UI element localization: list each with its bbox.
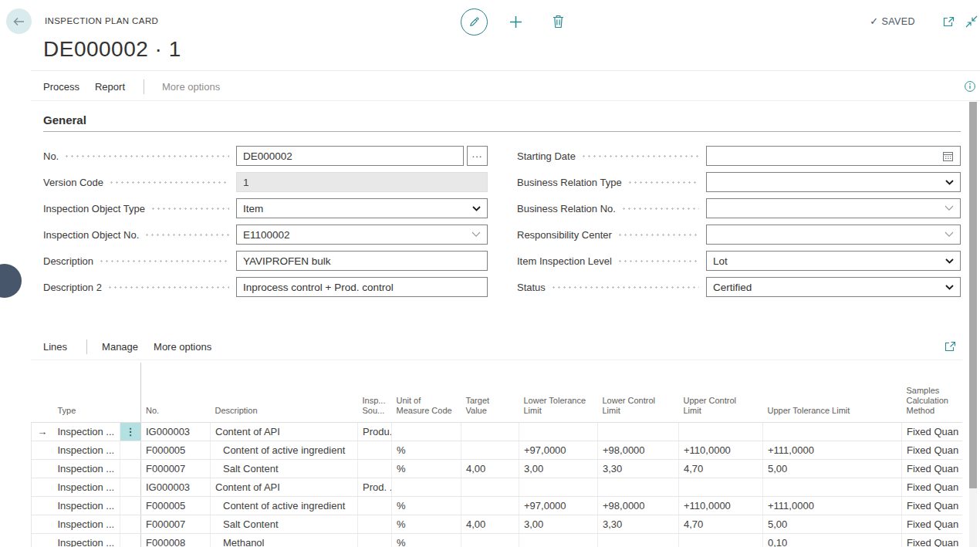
cell-ucl[interactable]: +110,0000 <box>679 496 763 515</box>
menu-item-process[interactable]: Process <box>43 81 79 93</box>
cell-lcl[interactable]: +98,0000 <box>598 496 679 515</box>
cell-src[interactable] <box>358 496 392 515</box>
column-header-utl[interactable]: Upper Tolerance Limit <box>763 363 902 422</box>
cell-uom[interactable] <box>392 422 461 441</box>
cell-desc[interactable]: Salt Content <box>211 459 358 478</box>
column-header-ucl[interactable]: Upper Control Limit <box>679 363 763 422</box>
cell-opts[interactable] <box>120 533 141 547</box>
calendar-icon[interactable] <box>942 150 954 162</box>
cell-type[interactable]: Inspection ... <box>53 533 120 547</box>
cell-uom[interactable] <box>392 478 461 496</box>
cell-no[interactable]: IG000003 <box>141 422 211 441</box>
cell-desc[interactable]: Content of active ingredient <box>211 441 358 459</box>
cell-samples[interactable]: Fixed Quan <box>902 515 963 533</box>
cell-type[interactable]: Inspection ... <box>53 515 120 533</box>
column-header-samples[interactable]: Samples Calculation Method <box>902 363 963 422</box>
cell-type[interactable]: Inspection ... <box>53 422 120 441</box>
lines-menu-manage[interactable]: Manage <box>102 341 138 353</box>
cell-opts[interactable] <box>120 441 141 459</box>
cell-type[interactable]: Inspection ... <box>53 459 120 478</box>
resize-button[interactable] <box>965 15 978 28</box>
description-input[interactable] <box>236 251 488 271</box>
info-button[interactable] <box>964 80 976 93</box>
cell-target[interactable] <box>461 441 519 459</box>
cell-ucl[interactable]: 4,70 <box>679 515 763 533</box>
cell-ucl[interactable] <box>679 422 763 441</box>
cell-type[interactable]: Inspection ... <box>53 478 120 496</box>
cell-no[interactable]: F000007 <box>141 515 211 533</box>
cell-utl[interactable]: 5,00 <box>763 515 902 533</box>
inspection-object-no-lookup[interactable]: E1100002 <box>236 225 488 245</box>
cell-gutter[interactable] <box>32 478 53 496</box>
cell-src[interactable] <box>358 515 392 533</box>
assist-edit-button[interactable]: ... <box>467 146 488 166</box>
cell-src[interactable] <box>358 441 392 459</box>
cell-ltl[interactable]: 3,00 <box>519 515 598 533</box>
cell-gutter[interactable] <box>32 533 53 547</box>
cell-ltl[interactable] <box>519 478 598 496</box>
cell-target[interactable] <box>461 422 519 441</box>
cell-gutter[interactable] <box>32 459 53 478</box>
cell-samples[interactable]: Fixed Quan <box>902 459 963 478</box>
cell-lcl[interactable]: 3,30 <box>598 515 679 533</box>
cell-no[interactable]: F000007 <box>141 459 211 478</box>
cell-src[interactable] <box>358 533 392 547</box>
cell-lcl[interactable] <box>598 478 679 496</box>
cell-src[interactable]: Prod. ... <box>358 478 392 496</box>
cell-utl[interactable]: 0,10 <box>763 533 902 547</box>
column-header-type[interactable]: Type <box>53 363 120 422</box>
cell-samples[interactable]: Fixed Quan <box>902 496 963 515</box>
cell-target[interactable] <box>461 478 519 496</box>
scrollbar-thumb[interactable] <box>969 102 977 488</box>
cell-target[interactable]: 4,00 <box>461 515 519 533</box>
cell-ltl[interactable]: +97,0000 <box>519 496 598 515</box>
cell-samples[interactable]: Fixed Quan <box>902 422 963 441</box>
column-header-uom[interactable]: Unit of Measure Code <box>392 363 461 422</box>
cell-gutter[interactable] <box>32 515 53 533</box>
business-relation-type-select[interactable] <box>706 172 961 192</box>
lines-menu-more-options[interactable]: More options <box>154 341 211 353</box>
new-button[interactable] <box>509 15 523 29</box>
cell-ltl[interactable] <box>519 533 598 547</box>
cell-uom[interactable]: % <box>392 533 461 547</box>
cell-ucl[interactable]: +110,0000 <box>679 441 763 459</box>
cell-opts[interactable] <box>120 459 141 478</box>
share-window-button[interactable] <box>942 15 955 28</box>
no-input[interactable] <box>236 146 464 166</box>
cell-utl[interactable]: +111,0000 <box>763 441 902 459</box>
general-section-heading[interactable]: General <box>43 113 86 127</box>
cell-no[interactable]: F000005 <box>141 441 211 459</box>
column-header-target[interactable]: Target Value <box>461 363 519 422</box>
cell-type[interactable]: Inspection ... <box>53 441 120 459</box>
business-relation-no-lookup[interactable] <box>706 198 961 218</box>
cell-ltl[interactable] <box>519 422 598 441</box>
item-inspection-level-select[interactable]: Lot <box>706 251 961 271</box>
lines-focus-mode-button[interactable] <box>944 340 957 353</box>
column-header-desc[interactable]: Description <box>211 363 358 422</box>
menu-item-report[interactable]: Report <box>95 81 125 93</box>
cell-desc[interactable]: Methanol <box>211 533 358 547</box>
cell-lcl[interactable]: 3,30 <box>598 459 679 478</box>
cell-gutter[interactable] <box>32 441 53 459</box>
cell-opts[interactable]: ⋮ <box>120 422 141 441</box>
column-header-src[interactable]: Insp... Sou... <box>358 363 392 422</box>
cell-gutter[interactable]: → <box>32 422 53 441</box>
cell-ltl[interactable]: 3,00 <box>519 459 598 478</box>
cell-type[interactable]: Inspection ... <box>53 496 120 515</box>
cell-opts[interactable] <box>120 496 141 515</box>
cell-uom[interactable]: % <box>392 459 461 478</box>
cell-lcl[interactable]: +98,0000 <box>598 441 679 459</box>
cell-samples[interactable]: Fixed Quan <box>902 478 963 496</box>
inspection-object-type-select[interactable]: Item <box>236 198 488 218</box>
cell-utl[interactable] <box>763 422 902 441</box>
cell-samples[interactable]: Fixed Quan <box>902 533 963 547</box>
cell-lcl[interactable] <box>598 533 679 547</box>
row-options-icon[interactable]: ⋮ <box>126 426 136 437</box>
column-header-no[interactable]: No. <box>141 363 211 422</box>
status-select[interactable]: Certified <box>706 277 961 297</box>
cell-src[interactable] <box>358 459 392 478</box>
cell-src[interactable]: Produ... <box>358 422 392 441</box>
starting-date-input[interactable] <box>706 146 961 166</box>
cell-no[interactable]: F000005 <box>141 496 211 515</box>
cell-desc[interactable]: Content of API <box>211 422 358 441</box>
